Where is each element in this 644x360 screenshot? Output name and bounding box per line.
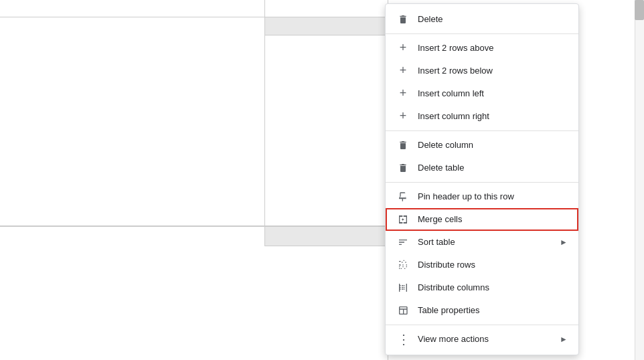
- menu-item-insert-rows-below-label: Insert 2 rows below: [418, 65, 568, 77]
- scrollbar-track[interactable]: [635, 0, 644, 360]
- menu-item-insert-col-left[interactable]: + Insert column left: [386, 82, 578, 105]
- menu-item-table-properties[interactable]: Table properties: [386, 299, 578, 322]
- plus-icon-2: +: [396, 64, 410, 78]
- divider-3: [386, 182, 578, 183]
- menu-item-sort-table[interactable]: Sort table ►: [386, 231, 578, 254]
- menu-item-delete-table-label: Delete table: [418, 162, 568, 174]
- menu-item-merge-cells[interactable]: Merge cells: [386, 208, 578, 231]
- menu-item-table-properties-label: Table properties: [418, 304, 568, 317]
- menu-item-view-more-label: View more actions: [418, 333, 560, 345]
- menu-item-insert-rows-below[interactable]: + Insert 2 rows below: [386, 60, 578, 82]
- plus-icon-3: +: [396, 87, 410, 100]
- divider-2: [386, 130, 578, 131]
- menu-item-insert-rows-above-label: Insert 2 rows above: [418, 42, 568, 54]
- menu-item-sort-table-label: Sort table: [418, 236, 560, 248]
- distribute-rows-icon: [396, 258, 410, 272]
- menu-item-view-more[interactable]: ⋮ View more actions ►: [386, 328, 578, 351]
- sort-table-arrow: ►: [560, 237, 568, 248]
- view-more-arrow: ►: [560, 334, 568, 345]
- divider-4: [386, 325, 578, 325]
- menu-item-distribute-rows[interactable]: Distribute rows: [386, 254, 578, 276]
- menu-item-pin-header[interactable]: Pin header up to this row: [386, 185, 578, 208]
- menu-item-merge-cells-label: Merge cells: [418, 213, 568, 226]
- trash-icon: [396, 13, 410, 26]
- context-menu: Delete + Insert 2 rows above + Insert 2 …: [385, 3, 579, 355]
- plus-icon-4: +: [396, 110, 410, 123]
- menu-item-delete-column[interactable]: Delete column: [386, 134, 578, 157]
- plus-icon-1: +: [396, 41, 410, 55]
- menu-item-insert-col-left-label: Insert column left: [418, 88, 568, 100]
- menu-item-distribute-rows-label: Distribute rows: [418, 259, 568, 271]
- menu-item-delete-table[interactable]: Delete table: [386, 157, 578, 179]
- table-icon: [396, 304, 410, 317]
- divider-1: [386, 33, 578, 34]
- menu-item-distribute-columns-label: Distribute columns: [418, 282, 568, 294]
- trash-icon-3: [396, 161, 410, 175]
- menu-item-delete-column-label: Delete column: [418, 139, 568, 151]
- scrollbar-thumb[interactable]: [635, 0, 644, 20]
- menu-item-delete[interactable]: Delete: [386, 8, 578, 31]
- trash-icon-2: [396, 139, 410, 152]
- menu-item-delete-label: Delete: [418, 13, 568, 25]
- menu-item-distribute-columns[interactable]: Distribute columns: [386, 276, 578, 299]
- menu-item-insert-col-right[interactable]: + Insert column right: [386, 105, 578, 128]
- merge-icon: [396, 213, 410, 226]
- menu-item-pin-header-label: Pin header up to this row: [418, 191, 568, 203]
- dots-icon: ⋮: [396, 333, 410, 346]
- sort-icon: [396, 236, 410, 249]
- distribute-cols-icon: [396, 281, 410, 294]
- pin-icon: [396, 190, 410, 203]
- menu-item-insert-rows-above[interactable]: + Insert 2 rows above: [386, 37, 578, 60]
- menu-item-insert-col-right-label: Insert column right: [418, 110, 568, 122]
